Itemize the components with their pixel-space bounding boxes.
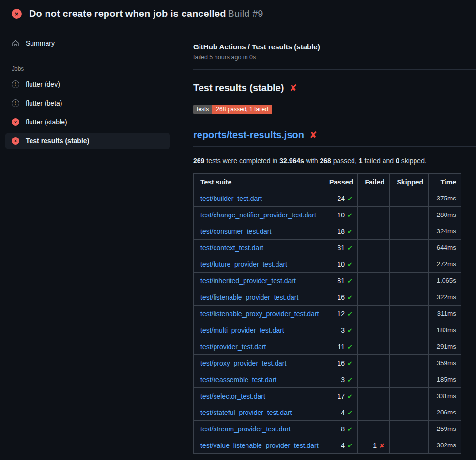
sidebar-item-summary[interactable]: Summary — [5, 35, 170, 51]
table-row: test/builder_test.dart24✔375ms — [194, 190, 461, 207]
skipped-cell — [390, 273, 429, 289]
time-cell: 259ms — [429, 421, 461, 437]
pass-check-icon: ✔ — [347, 212, 353, 219]
failed-x-icon: ✘ — [309, 130, 317, 139]
suite-cell: test/stateful_provider_test.dart — [194, 404, 324, 421]
suite-link[interactable]: test/inherited_provider_test.dart — [200, 277, 296, 285]
run-failed-icon: × — [12, 9, 22, 19]
time-cell: 206ms — [429, 404, 461, 421]
skipped-cell — [390, 240, 429, 256]
table-row: test/inherited_provider_test.dart81✔1.06… — [194, 273, 461, 289]
sidebar-item-test-results-stable[interactable]: × Test results (stable) — [5, 133, 170, 149]
table-row: test/proxy_provider_test.dart16✔359ms — [194, 355, 461, 371]
time-cell: 183ms — [429, 322, 461, 338]
failed-icon: × — [12, 118, 19, 126]
failed-cell — [358, 240, 390, 256]
suite-link[interactable]: test/listenable_proxy_provider_test.dart — [200, 310, 319, 318]
passed-cell: 24✔ — [324, 190, 358, 207]
passed-cell: 4✔ — [324, 437, 358, 454]
suite-cell: test/inherited_provider_test.dart — [194, 273, 324, 289]
pass-check-icon: ✔ — [347, 343, 353, 351]
suite-link[interactable]: test/change_notifier_provider_test.dart — [200, 211, 316, 219]
suite-link[interactable]: test/selector_test.dart — [200, 392, 265, 400]
pass-check-icon: ✔ — [347, 245, 353, 252]
table-row: test/multi_provider_test.dart3✔183ms — [194, 322, 461, 338]
table-row: test/selector_test.dart17✔331ms — [194, 388, 461, 404]
skipped-cell — [390, 388, 429, 404]
section-title-text: Test results (stable) — [193, 82, 284, 93]
pass-check-icon: ✔ — [347, 393, 353, 400]
passed-cell: 3✔ — [324, 322, 358, 338]
pass-check-icon: ✔ — [347, 327, 353, 334]
column-header-test-suite: Test suite — [194, 174, 324, 190]
page-title: Do not create report when job is cancell… — [29, 8, 263, 19]
time-cell: 375ms — [429, 190, 461, 207]
table-row: test/listenable_provider_test.dart16✔322… — [194, 289, 461, 306]
time-cell: 359ms — [429, 355, 461, 371]
pass-check-icon: ✔ — [347, 310, 353, 318]
report-heading: reports/test-results.json ✘ — [193, 129, 476, 140]
table-header-row: Test suite Passed Failed Skipped Time — [194, 174, 461, 190]
table-row: test/consumer_test.dart18✔324ms — [194, 223, 461, 240]
suite-link[interactable]: test/value_listenable_provider_test.dart — [200, 442, 319, 449]
skipped-cell — [390, 421, 429, 437]
failed-cell — [358, 223, 390, 240]
suite-link[interactable]: test/future_provider_test.dart — [200, 261, 287, 268]
breadcrumb: GitHub Actions / Test results (stable) — [193, 43, 476, 51]
home-icon — [12, 39, 19, 47]
passed-count: 268 — [320, 157, 331, 165]
skipped-cell — [390, 355, 429, 371]
suite-link[interactable]: test/listenable_provider_test.dart — [200, 293, 298, 301]
time-cell: 1.065s — [429, 273, 461, 289]
skipped-cell — [390, 371, 429, 388]
table-row: test/future_provider_test.dart10✔272ms — [194, 256, 461, 273]
passed-cell: 10✔ — [324, 256, 358, 273]
passed-cell: 18✔ — [324, 223, 358, 240]
sidebar-item-label: Test results (stable) — [26, 137, 89, 145]
sidebar-item-label: Summary — [26, 39, 55, 47]
failed-cell — [358, 322, 390, 338]
suite-link[interactable]: test/reassemble_test.dart — [200, 376, 276, 383]
failed-cell — [358, 404, 390, 421]
passed-cell: 10✔ — [324, 207, 358, 223]
suite-link[interactable]: test/context_test.dart — [200, 244, 263, 252]
results-table-body: test/builder_test.dart24✔375mstest/chang… — [194, 190, 461, 454]
failed-cell — [358, 273, 390, 289]
sidebar-item-label: flutter (beta) — [26, 99, 62, 107]
time-cell: 311ms — [429, 306, 461, 322]
suite-cell: test/multi_provider_test.dart — [194, 322, 324, 338]
sidebar-item-flutter-stable[interactable]: × flutter (stable) — [5, 114, 170, 130]
pass-check-icon: ✔ — [347, 376, 353, 383]
suite-link[interactable]: test/proxy_provider_test.dart — [200, 359, 286, 367]
passed-cell: 16✔ — [324, 289, 358, 306]
duration: 32.964s — [279, 157, 304, 165]
divider — [193, 146, 476, 147]
pass-check-icon: ✔ — [347, 409, 353, 416]
suite-link[interactable]: test/provider_test.dart — [200, 343, 266, 351]
suite-link[interactable]: test/multi_provider_test.dart — [200, 326, 284, 334]
pass-check-icon: ✔ — [347, 360, 353, 367]
suite-link[interactable]: test/builder_test.dart — [200, 195, 262, 202]
suite-cell: test/reassemble_test.dart — [194, 371, 324, 388]
suite-link[interactable]: test/stream_provider_test.dart — [200, 425, 291, 433]
jobs-section-label: Jobs — [0, 54, 193, 76]
column-header-passed: Passed — [324, 174, 358, 190]
sidebar-item-flutter-dev[interactable]: ! flutter (dev) — [5, 76, 170, 92]
suite-link[interactable]: test/consumer_test.dart — [200, 228, 271, 235]
suite-cell: test/proxy_provider_test.dart — [194, 355, 324, 371]
pass-check-icon: ✔ — [347, 195, 353, 202]
skipped-cell — [390, 190, 429, 207]
pass-check-icon: ✔ — [347, 261, 353, 268]
suite-cell: test/context_test.dart — [194, 240, 324, 256]
test-results-table: Test suite Passed Failed Skipped Time te… — [193, 173, 461, 454]
run-header: × Do not create report when job is cance… — [0, 0, 476, 25]
suite-link[interactable]: test/stateful_provider_test.dart — [200, 409, 292, 416]
sidebar-item-flutter-beta[interactable]: ! flutter (beta) — [5, 95, 170, 111]
column-header-failed: Failed — [358, 174, 390, 190]
table-row: test/stateful_provider_test.dart4✔206ms — [194, 404, 461, 421]
time-cell: 272ms — [429, 256, 461, 273]
run-title: Do not create report when job is cancell… — [29, 8, 226, 19]
table-row: test/reassemble_test.dart3✔185ms — [194, 371, 461, 388]
skipped-count: 0 — [396, 157, 399, 165]
report-link[interactable]: reports/test-results.json — [193, 129, 304, 140]
